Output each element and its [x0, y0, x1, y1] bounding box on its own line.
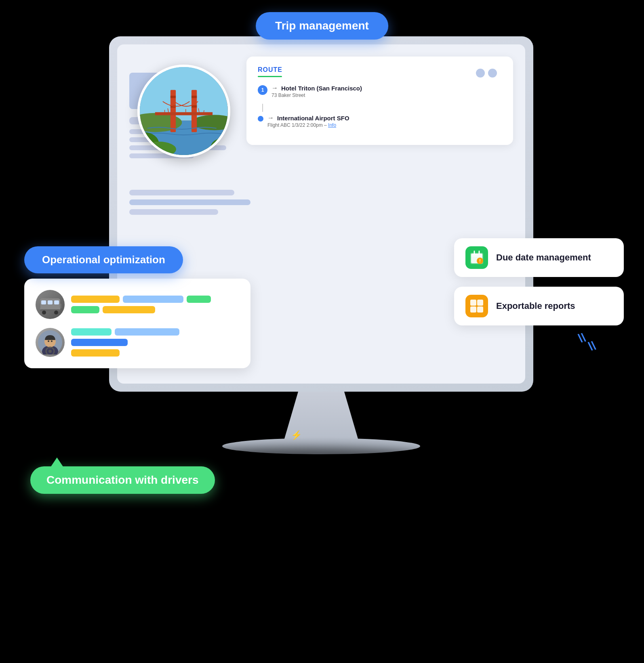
svg-rect-8: [192, 96, 197, 98]
route-connector: [262, 104, 263, 112]
svg-rect-20: [41, 300, 46, 304]
route-label: ROUTE: [258, 66, 502, 73]
route-item-1: 1 → Hotel Triton (San Francisco) 73 Bake…: [258, 84, 502, 98]
route-underline: [258, 76, 282, 77]
bar-teal-1: [71, 328, 112, 336]
ops-bars-bus: [71, 296, 239, 313]
slash-decoration-2: \\: [587, 338, 597, 353]
exportable-reports-card: Exportable reports: [454, 287, 624, 325]
ops-bar-row-5: [71, 349, 239, 357]
bar-green-2: [71, 306, 99, 313]
svg-rect-44: [477, 300, 483, 306]
ops-row-bus: [36, 290, 239, 319]
route-sub-2: Flight ABC 1/3/22 2:00pm – Info: [267, 122, 349, 128]
bar-blue-1: [123, 296, 183, 303]
svg-point-33: [51, 340, 53, 342]
bar-yellow-1: [71, 296, 120, 303]
svg-point-32: [48, 340, 49, 342]
due-date-card: ! Due date management: [454, 238, 624, 277]
route-badge-1: 1: [258, 85, 267, 95]
scene: Trip management ✚ ROUTE 1: [0, 0, 644, 663]
bar-yellow-2: [103, 306, 155, 313]
svg-rect-38: [471, 254, 482, 257]
bar-yellow-3: [71, 349, 120, 357]
svg-rect-26: [39, 304, 40, 308]
golden-gate-image: [137, 65, 230, 157]
ops-bar-row-3: [71, 328, 239, 336]
info-link[interactable]: Info: [328, 122, 336, 128]
route-arrow-2: →: [267, 114, 274, 122]
bar-green-1: [187, 296, 211, 303]
svg-rect-43: [470, 300, 476, 306]
route-section: ROUTE 1 → Hotel Triton (San Francisco) 7…: [246, 57, 513, 145]
ops-bar-row-2: [71, 306, 239, 313]
svg-rect-46: [477, 306, 483, 313]
slash-decoration-1: \\: [577, 330, 587, 345]
ops-row-driver: [36, 328, 239, 357]
svg-rect-22: [54, 300, 59, 304]
svg-text:!: !: [479, 259, 480, 263]
top-dots: [476, 69, 497, 78]
svg-rect-27: [60, 304, 61, 308]
due-date-icon: !: [465, 246, 488, 269]
top-dot-2: [488, 69, 497, 78]
svg-rect-9: [192, 105, 197, 108]
route-name-2: International Airport SFO: [277, 115, 349, 122]
ops-panel: [24, 279, 250, 368]
badge-communication: Communication with drivers: [30, 466, 215, 494]
route-name-1: Hotel Triton (San Francisco): [281, 85, 362, 92]
screen-placeholder-bars: [129, 190, 513, 215]
ops-bar-row-4: [71, 339, 239, 346]
monitor-shadow: [174, 447, 432, 468]
svg-line-15: [204, 110, 204, 112]
svg-point-24: [42, 311, 46, 315]
ops-bars-driver: [71, 328, 239, 357]
route-arrow-1: →: [271, 84, 278, 92]
charge-decoration: ⚡: [291, 430, 302, 441]
ops-bar-row-1: [71, 296, 239, 303]
due-date-label: Due date management: [496, 252, 591, 263]
route-sub-1: 73 Baker Street: [271, 92, 362, 98]
route-item-2: → International Airport SFO Flight ABC 1…: [258, 114, 502, 128]
ops-avatar-bus: [36, 290, 65, 319]
bar-blue-3: [71, 339, 128, 346]
top-dot-1: [476, 69, 485, 78]
bar-blue-2: [115, 328, 179, 336]
exportable-reports-icon: [465, 295, 488, 317]
svg-point-35: [48, 350, 52, 353]
svg-rect-6: [170, 96, 176, 98]
exportable-reports-label: Exportable reports: [496, 301, 575, 311]
svg-rect-45: [470, 306, 476, 313]
svg-point-25: [54, 311, 58, 315]
badge-operational-optimization: Operational optimization: [24, 246, 183, 273]
svg-rect-10: [155, 112, 213, 115]
svg-rect-21: [48, 300, 53, 304]
ops-avatar-driver: [36, 328, 65, 357]
route-dot-2: [258, 116, 263, 122]
badge-trip-management: Trip management: [256, 12, 388, 40]
